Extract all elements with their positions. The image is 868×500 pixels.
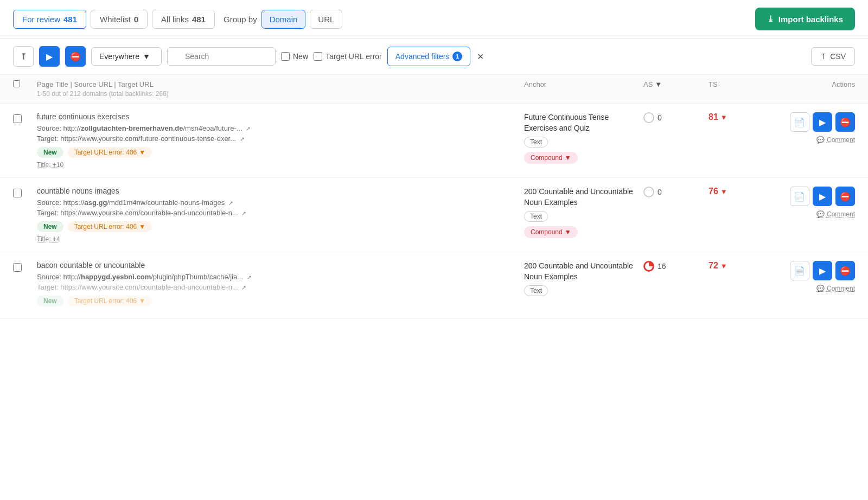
row2-anchor-text: 200 Countable and Uncountable Noun Examp… bbox=[524, 187, 643, 208]
block-icon-button[interactable]: ⛔ bbox=[65, 46, 86, 67]
row1-tag-compound[interactable]: Compound ▼ bbox=[524, 152, 578, 164]
new-label: New bbox=[293, 52, 308, 61]
chevron-down-icon: ▼ bbox=[139, 223, 145, 230]
row1-checkbox-cell bbox=[13, 112, 37, 123]
row3-checkbox[interactable] bbox=[13, 263, 22, 272]
row2-copy-button[interactable]: 📄 bbox=[790, 187, 809, 206]
row2-block-button[interactable]: ⛔ bbox=[835, 187, 855, 206]
row1-send-button[interactable]: ▶ bbox=[813, 112, 832, 132]
chevron-down-icon: ▼ bbox=[139, 149, 145, 156]
row1-block-button[interactable]: ⛔ bbox=[835, 112, 855, 132]
row1-badge-error[interactable]: Target URL error: 406 ▼ bbox=[68, 147, 152, 158]
csv-label: CSV bbox=[830, 52, 846, 61]
block-icon: ⛔ bbox=[70, 52, 81, 62]
row3-badge-new: New bbox=[37, 296, 63, 306]
row3-checkbox-cell bbox=[13, 261, 37, 272]
row2-anchor: 200 Countable and Uncountable Noun Examp… bbox=[524, 187, 643, 238]
header-col1-label: Page Title | Source URL | Target URL bbox=[37, 80, 524, 88]
row3-source-ext-link-icon[interactable]: ➚ bbox=[247, 274, 252, 280]
row2-radio-circle bbox=[643, 187, 654, 197]
location-dropdown-label: Everywhere bbox=[99, 52, 139, 61]
row3-badge-error[interactable]: Target URL error: 406 ▼ bbox=[68, 296, 152, 306]
search-input[interactable] bbox=[167, 47, 276, 66]
row2-source-ext-link-icon[interactable]: ➚ bbox=[228, 200, 233, 206]
chevron-down-icon: ▼ bbox=[565, 228, 571, 236]
csv-export-button[interactable]: ⤒ CSV bbox=[811, 47, 855, 66]
row3-anchor-text: 200 Countable and Uncountable Noun Examp… bbox=[524, 261, 643, 282]
comment-icon: 💬 bbox=[816, 136, 825, 144]
row3-comment-button[interactable]: 💬 Comment bbox=[816, 285, 855, 292]
location-dropdown[interactable]: Everywhere ▼ bbox=[91, 47, 162, 66]
import-backlinks-label: Import backlinks bbox=[778, 15, 843, 24]
row2-ts-cell: 76 ▼ bbox=[709, 187, 774, 196]
row3-title: bacon countable or uncountable bbox=[37, 261, 524, 270]
group-by-url[interactable]: URL bbox=[310, 10, 342, 29]
new-checkbox-label[interactable]: New bbox=[281, 52, 308, 61]
row1-title-plus[interactable]: Title: +10 bbox=[37, 161, 524, 169]
header-checkbox-cell bbox=[13, 80, 37, 89]
row2-send-button[interactable]: ▶ bbox=[813, 187, 832, 206]
row2-title-plus[interactable]: Title: +4 bbox=[37, 235, 524, 243]
row2-badge-error[interactable]: Target URL error: 406 ▼ bbox=[68, 221, 152, 232]
row3-as-count: 16 bbox=[658, 262, 666, 271]
tab-whitelist-count: 0 bbox=[134, 15, 138, 24]
export-icon-button[interactable]: ⤒ bbox=[13, 46, 34, 67]
header-actions-col: Actions bbox=[774, 80, 855, 88]
row1-actions: 📄 ▶ ⛔ 💬 Comment bbox=[774, 112, 855, 144]
advanced-filters-button[interactable]: Advanced filters 1 bbox=[387, 47, 471, 66]
advanced-filters-close-button[interactable]: ✕ bbox=[476, 52, 485, 62]
row2-target-ext-link-icon[interactable]: ➚ bbox=[241, 210, 246, 216]
row1-tag-text: Text bbox=[524, 137, 548, 148]
row3-target: Target: https://www.yoursite.com/countab… bbox=[37, 283, 524, 291]
row1-target-ext-link-icon[interactable]: ➚ bbox=[240, 136, 245, 142]
row2-tag-compound[interactable]: Compound ▼ bbox=[524, 226, 578, 238]
sort-arrow-icon[interactable]: ▼ bbox=[655, 80, 662, 88]
tab-all-links[interactable]: All links 481 bbox=[152, 10, 215, 29]
row1-title: future continuous exercises bbox=[37, 112, 524, 121]
row3-block-button[interactable]: ⛔ bbox=[835, 261, 855, 280]
row2-checkbox-cell bbox=[13, 187, 37, 197]
target-url-error-checkbox[interactable] bbox=[314, 52, 322, 61]
row1-source-ext-link-icon[interactable]: ➚ bbox=[246, 125, 251, 132]
row3-tag-text: Text bbox=[524, 285, 548, 296]
tab-for-review[interactable]: For review 481 bbox=[13, 10, 86, 29]
row2-info: countable nouns images Source: https://a… bbox=[37, 187, 524, 243]
row1-info: future continuous exercises Source: http… bbox=[37, 112, 524, 169]
export-icon: ⤒ bbox=[20, 52, 27, 62]
ts-arrow-icon: ▼ bbox=[720, 113, 727, 121]
row3-ts-cell: 72 ▼ bbox=[709, 261, 774, 271]
row1-checkbox[interactable] bbox=[13, 114, 22, 123]
row3-ts-num: 72 bbox=[709, 261, 718, 271]
table-row: bacon countable or uncountable Source: h… bbox=[0, 252, 868, 319]
new-checkbox[interactable] bbox=[281, 52, 290, 61]
import-backlinks-button[interactable]: ⤓ Import backlinks bbox=[755, 8, 855, 30]
row3-copy-button[interactable]: 📄 bbox=[790, 261, 809, 280]
advanced-filters-label: Advanced filters bbox=[395, 52, 450, 61]
row1-badges: New Target URL error: 406 ▼ bbox=[37, 147, 524, 158]
row2-source: Source: https://asg.gg/mdd1m4nw/countabl… bbox=[37, 198, 524, 207]
row1-as-cell: 0 bbox=[643, 112, 709, 123]
row1-badge-new: New bbox=[37, 147, 63, 158]
row2-checkbox[interactable] bbox=[13, 189, 22, 197]
target-url-error-checkbox-label[interactable]: Target URL error bbox=[314, 52, 382, 61]
row2-as-cell: 0 bbox=[643, 187, 709, 197]
row2-comment-button[interactable]: 💬 Comment bbox=[816, 210, 855, 218]
tab-whitelist[interactable]: Whitelist 0 bbox=[91, 10, 148, 29]
send-icon-button[interactable]: ▶ bbox=[39, 46, 60, 67]
row3-radio-circle bbox=[643, 261, 654, 272]
row2-as-count: 0 bbox=[658, 188, 662, 196]
row1-copy-button[interactable]: 📄 bbox=[790, 112, 809, 132]
tab-for-review-label: For review bbox=[22, 15, 60, 24]
row1-comment-button[interactable]: 💬 Comment bbox=[816, 136, 855, 144]
send-icon: ▶ bbox=[46, 52, 53, 62]
header-as-label: AS bbox=[643, 80, 653, 88]
row3-action-btns: 📄 ▶ ⛔ bbox=[790, 261, 855, 280]
row3-info: bacon countable or uncountable Source: h… bbox=[37, 261, 524, 310]
select-all-checkbox[interactable] bbox=[13, 80, 20, 87]
row3-send-button[interactable]: ▶ bbox=[813, 261, 832, 280]
row3-target-ext-link-icon[interactable]: ➚ bbox=[241, 284, 246, 291]
row1-source: Source: http://zollgutachten-bremerhaven… bbox=[37, 124, 524, 132]
row2-actions: 📄 ▶ ⛔ 💬 Comment bbox=[774, 187, 855, 218]
table-row: countable nouns images Source: https://a… bbox=[0, 178, 868, 252]
group-by-domain[interactable]: Domain bbox=[261, 10, 306, 29]
